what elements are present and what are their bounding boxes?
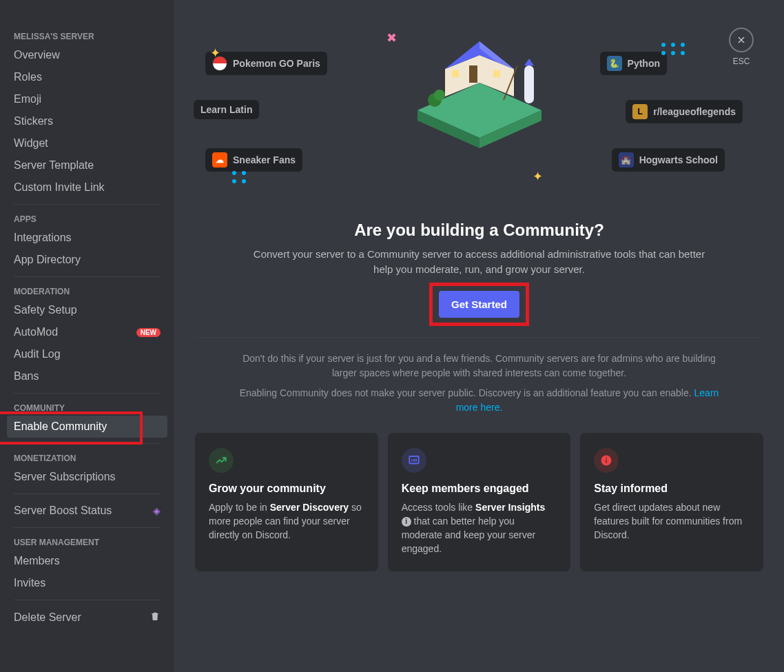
chip-label: Python bbox=[628, 58, 660, 69]
server-name-header: MELISSA'S SERVER bbox=[7, 28, 167, 44]
sidebar-item-label: Widget bbox=[14, 137, 48, 150]
sidebar-item-label: Server Boost Status bbox=[14, 505, 112, 517]
card-title: Grow your community bbox=[209, 482, 364, 495]
sidebar-item-server-template[interactable]: Server Template bbox=[7, 154, 167, 176]
sidebar-item-label: Audit Log bbox=[14, 348, 61, 360]
python-icon: 🐍 bbox=[607, 56, 622, 71]
moderation-header: MODERATION bbox=[7, 283, 167, 299]
sidebar-item-delete-server[interactable]: Delete Server bbox=[7, 606, 167, 629]
dots-decoration bbox=[232, 171, 247, 183]
sidebar-item-widget[interactable]: Widget bbox=[7, 132, 167, 154]
sidebar-item-integrations[interactable]: Integrations bbox=[7, 227, 167, 249]
card-title: Stay informed bbox=[594, 482, 750, 495]
sidebar-item-overview[interactable]: Overview bbox=[7, 44, 167, 66]
sidebar-item-label: Server Template bbox=[14, 159, 94, 172]
sidebar-item-app-directory[interactable]: App Directory bbox=[7, 249, 167, 271]
card-text: Get direct updates about new features bu… bbox=[594, 500, 750, 542]
community-illustration bbox=[404, 28, 555, 165]
user-management-header: USER MANAGEMENT bbox=[7, 533, 167, 550]
league-icon: L bbox=[632, 104, 648, 119]
sidebar-item-label: Custom Invite Link bbox=[14, 181, 105, 194]
svg-rect-9 bbox=[524, 65, 534, 103]
card-text: Apply to be in Server Discovery so more … bbox=[209, 500, 364, 542]
divider bbox=[14, 527, 161, 528]
star-icon: ✦ bbox=[533, 169, 543, 184]
sidebar-item-label: Enable Community bbox=[14, 420, 107, 433]
chip-label: Hogwarts School bbox=[639, 154, 718, 165]
hero-banner: Pokemon GO Paris ✦ 🐍 Python Learn Latin … bbox=[195, 21, 763, 200]
server-chip-python: 🐍 Python bbox=[600, 52, 667, 75]
main-panel: ESC Pokemon GO Pari bbox=[174, 0, 784, 672]
card-title: Keep members engaged bbox=[402, 482, 557, 495]
sidebar-item-automod[interactable]: AutoModNEW bbox=[7, 321, 167, 343]
card-grow-community: Grow your community Apply to be in Serve… bbox=[195, 433, 378, 571]
server-chip-learn-latin: Learn Latin bbox=[194, 100, 259, 119]
sidebar-item-server-subscriptions[interactable]: Server Subscriptions bbox=[7, 466, 167, 488]
svg-marker-10 bbox=[524, 59, 534, 65]
sidebar-item-members[interactable]: Members bbox=[7, 550, 167, 572]
sidebar-item-label: Bans bbox=[14, 370, 39, 383]
card-text: Access tools like Server Insights i that… bbox=[402, 500, 557, 556]
sidebar-item-label: Server Subscriptions bbox=[14, 471, 116, 483]
chip-label: Pokemon GO Paris bbox=[233, 58, 320, 69]
info-badge-icon: i bbox=[402, 517, 411, 527]
sidebar-item-custom-invite-link[interactable]: Custom Invite Link bbox=[7, 176, 167, 198]
svg-point-13 bbox=[434, 90, 445, 101]
sidebar-item-label: Stickers bbox=[14, 115, 53, 128]
sidebar-item-audit-log[interactable]: Audit Log bbox=[7, 343, 167, 365]
divider bbox=[14, 443, 161, 444]
dots-decoration bbox=[661, 43, 686, 55]
trend-icon bbox=[209, 448, 234, 473]
sidebar-item-safety-setup[interactable]: Safety Setup bbox=[7, 299, 167, 321]
sidebar-item-label: App Directory bbox=[14, 254, 81, 266]
sidebar-item-label: Integrations bbox=[14, 232, 72, 244]
trash-icon bbox=[149, 611, 161, 624]
hogwarts-icon: 🏰 bbox=[619, 152, 634, 167]
apps-header: APPS bbox=[7, 210, 167, 227]
hero-subtitle: Convert your server to a Community serve… bbox=[245, 247, 714, 277]
divider bbox=[14, 393, 161, 394]
sidebar-item-enable-community[interactable]: Enable Community bbox=[7, 416, 167, 438]
svg-rect-7 bbox=[452, 70, 459, 77]
svg-rect-6 bbox=[469, 65, 477, 83]
svg-rect-8 bbox=[493, 70, 500, 77]
highlight-get-started bbox=[429, 283, 529, 326]
sidebar-item-label: AutoMod bbox=[14, 326, 58, 338]
card-members-engaged: Keep members engaged Access tools like S… bbox=[388, 433, 571, 571]
sidebar-item-emoji[interactable]: Emoji bbox=[7, 88, 167, 110]
chip-label: Learn Latin bbox=[200, 104, 252, 115]
card-stay-informed: Stay informed Get direct updates about n… bbox=[580, 433, 763, 571]
sidebar-item-stickers[interactable]: Stickers bbox=[7, 110, 167, 132]
divider bbox=[14, 600, 161, 600]
divider bbox=[14, 276, 161, 277]
server-chip-sneaker: ☁ Sneaker Fans bbox=[205, 148, 302, 172]
sidebar-item-label: Overview bbox=[14, 49, 60, 61]
star-icon: ✦ bbox=[210, 45, 220, 61]
monetization-header: MONETIZATION bbox=[7, 449, 167, 466]
info-icon bbox=[594, 448, 619, 473]
svg-rect-17 bbox=[606, 457, 608, 458]
hero-title: Are you building a Community? bbox=[245, 221, 714, 240]
sidebar-item-label: Emoji bbox=[14, 93, 41, 105]
sidebar-item-label: Delete Server bbox=[14, 611, 81, 624]
insights-icon bbox=[402, 448, 426, 473]
server-chip-pokemon: Pokemon GO Paris bbox=[205, 52, 327, 75]
chip-label: Sneaker Fans bbox=[233, 154, 296, 165]
sidebar-item-roles[interactable]: Roles bbox=[7, 66, 167, 88]
note-text-2: Enabling Community does not make your se… bbox=[238, 386, 721, 415]
sidebar-item-server-boost-status[interactable]: Server Boost Status ◈ bbox=[7, 500, 167, 522]
cross-decoration: ✖ bbox=[386, 30, 397, 45]
feature-cards: Grow your community Apply to be in Serve… bbox=[195, 433, 763, 571]
divider bbox=[14, 204, 161, 205]
divider bbox=[195, 337, 763, 338]
chip-label: r/leagueoflegends bbox=[653, 106, 736, 117]
sidebar-item-label: Safety Setup bbox=[14, 304, 77, 316]
sidebar-item-invites[interactable]: Invites bbox=[7, 572, 167, 594]
boost-icon: ◈ bbox=[153, 505, 161, 516]
note-text-1: Don't do this if your server is just for… bbox=[238, 352, 721, 380]
svg-rect-16 bbox=[606, 459, 608, 462]
community-header: COMMUNITY bbox=[7, 399, 167, 416]
sidebar-item-bans[interactable]: Bans bbox=[7, 365, 167, 387]
sidebar-item-label: Roles bbox=[14, 71, 42, 83]
settings-sidebar: MELISSA'S SERVER OverviewRolesEmojiStick… bbox=[0, 0, 174, 672]
